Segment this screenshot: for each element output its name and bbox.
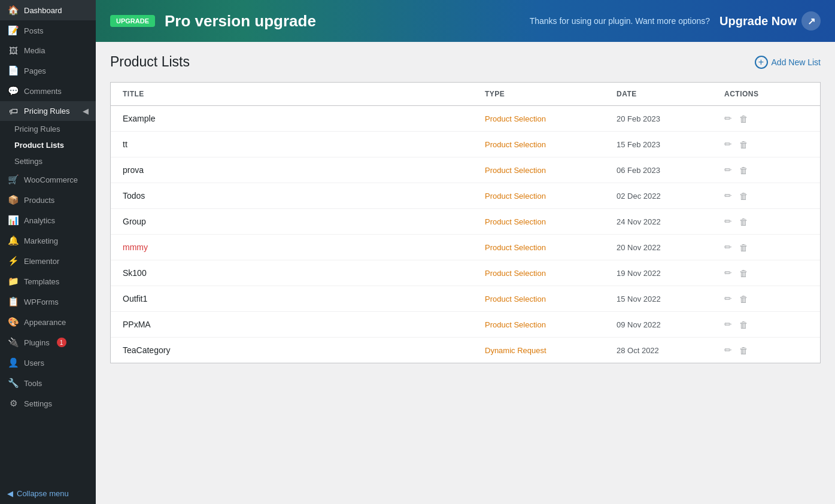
page-header: Product Lists + Add New List: [110, 54, 821, 70]
add-new-list-button[interactable]: + Add New List: [755, 56, 821, 69]
page-title: Product Lists: [110, 54, 190, 70]
sidebar-item-pricing-rules[interactable]: 🏷 Pricing Rules ◀: [0, 101, 96, 121]
col-title: TITLE: [123, 90, 485, 98]
row-actions: ✏ 🗑: [724, 242, 808, 253]
collapse-icon: ◀: [7, 489, 13, 498]
sidebar-item-dashboard[interactable]: 🏠 Dashboard: [0, 0, 96, 20]
upgrade-banner: UPGRADE Pro version upgrade Thanks for u…: [96, 0, 835, 42]
sidebar-item-users[interactable]: 👤 Users: [0, 353, 96, 373]
row-title: Outfit1: [123, 294, 485, 303]
edit-icon[interactable]: ✏: [724, 113, 732, 124]
delete-icon[interactable]: 🗑: [739, 242, 748, 253]
users-icon: 👤: [7, 357, 19, 368]
edit-icon[interactable]: ✏: [724, 242, 732, 253]
row-type: Product Selection: [485, 192, 617, 201]
sidebar-item-plugins[interactable]: 🔌 Plugins 1: [0, 332, 96, 353]
media-icon: 🖼: [7, 45, 19, 56]
sidebar-item-comments[interactable]: 💬 Comments: [0, 81, 96, 101]
row-actions: ✏ 🗑: [724, 113, 808, 124]
delete-icon[interactable]: 🗑: [739, 268, 748, 278]
sidebar-item-pages[interactable]: 📄 Pages: [0, 60, 96, 81]
dashboard-icon: 🏠: [7, 5, 19, 16]
delete-icon[interactable]: 🗑: [739, 217, 748, 227]
row-title[interactable]: mmmy: [123, 242, 485, 252]
sidebar-item-marketing[interactable]: 🔔 Marketing: [0, 230, 96, 251]
posts-icon: 📝: [7, 25, 19, 36]
edit-icon[interactable]: ✏: [724, 345, 732, 356]
sidebar-item-settings[interactable]: ⚙ Settings: [0, 393, 96, 414]
table-row: mmmy Product Selection 20 Nov 2022 ✏ 🗑: [111, 235, 820, 260]
table-header: TITLE TYPE DATE ACTIONS: [111, 83, 820, 106]
edit-icon[interactable]: ✏: [724, 319, 732, 330]
row-type: Product Selection: [485, 243, 617, 252]
chevron-icon: ◀: [83, 107, 89, 116]
sidebar-sub-settings[interactable]: Settings: [0, 153, 96, 169]
upgrade-now-button[interactable]: Upgrade Now ↗: [719, 11, 821, 31]
pricing-rules-icon: 🏷: [7, 106, 19, 116]
row-date: 19 Nov 2022: [617, 269, 724, 278]
plugins-icon: 🔌: [7, 337, 19, 348]
wpforms-icon: 📋: [7, 296, 19, 307]
sidebar-item-products[interactable]: 📦 Products: [0, 190, 96, 210]
delete-icon[interactable]: 🗑: [739, 165, 748, 175]
col-date: DATE: [617, 90, 724, 98]
delete-icon[interactable]: 🗑: [739, 114, 748, 124]
edit-icon[interactable]: ✏: [724, 216, 732, 227]
upgrade-arrow-icon: ↗: [801, 11, 821, 31]
col-type: TYPE: [485, 90, 617, 98]
table-body: Example Product Selection 20 Feb 2023 ✏ …: [111, 106, 820, 363]
row-date: 09 Nov 2022: [617, 320, 724, 329]
tools-icon: 🔧: [7, 378, 19, 388]
row-title: Example: [123, 114, 485, 123]
edit-icon[interactable]: ✏: [724, 190, 732, 201]
row-actions: ✏ 🗑: [724, 139, 808, 150]
sidebar-sub-pricing-rules[interactable]: Pricing Rules: [0, 121, 96, 137]
page-content: Product Lists + Add New List TITLE TYPE …: [96, 42, 835, 504]
sidebar-item-tools[interactable]: 🔧 Tools: [0, 373, 96, 393]
row-type: Product Selection: [485, 114, 617, 123]
sidebar-item-analytics[interactable]: 📊 Analytics: [0, 210, 96, 230]
table-row: PPxMA Product Selection 09 Nov 2022 ✏ 🗑: [111, 312, 820, 338]
table-row: tt Product Selection 15 Feb 2023 ✏ 🗑: [111, 132, 820, 157]
row-type: Product Selection: [485, 217, 617, 226]
row-type: Product Selection: [485, 320, 617, 329]
edit-icon[interactable]: ✏: [724, 165, 732, 175]
sidebar-item-woocommerce[interactable]: 🛒 WooCommerce: [0, 169, 96, 190]
edit-icon[interactable]: ✏: [724, 268, 732, 278]
row-title: PPxMA: [123, 320, 485, 329]
row-date: 20 Feb 2023: [617, 114, 724, 123]
sidebar-item-media[interactable]: 🖼 Media: [0, 41, 96, 60]
sidebar-item-wpforms[interactable]: 📋 WPForms: [0, 292, 96, 312]
templates-icon: 📁: [7, 276, 19, 287]
delete-icon[interactable]: 🗑: [739, 139, 748, 150]
row-title: Group: [123, 217, 485, 226]
collapse-menu-button[interactable]: ◀ Collapse menu: [0, 483, 96, 504]
sidebar-item-templates[interactable]: 📁 Templates: [0, 271, 96, 292]
products-icon: 📦: [7, 195, 19, 205]
sidebar-item-elementor[interactable]: ⚡ Elementor: [0, 251, 96, 271]
sidebar-item-posts[interactable]: 📝 Posts: [0, 20, 96, 41]
delete-icon[interactable]: 🗑: [739, 320, 748, 330]
row-actions: ✏ 🗑: [724, 345, 808, 356]
row-date: 20 Nov 2022: [617, 243, 724, 252]
woocommerce-icon: 🛒: [7, 174, 19, 185]
sidebar-sub-product-lists[interactable]: Product Lists: [0, 137, 96, 153]
edit-icon[interactable]: ✏: [724, 293, 732, 304]
elementor-icon: ⚡: [7, 256, 19, 266]
col-actions: ACTIONS: [724, 90, 808, 98]
delete-icon[interactable]: 🗑: [739, 345, 748, 356]
upgrade-title: Pro version upgrade: [165, 12, 520, 31]
comments-icon: 💬: [7, 86, 19, 96]
row-title: tt: [123, 139, 485, 149]
row-date: 24 Nov 2022: [617, 217, 724, 226]
row-date: 15 Nov 2022: [617, 294, 724, 303]
delete-icon[interactable]: 🗑: [739, 294, 748, 304]
plugins-badge: 1: [57, 338, 66, 347]
settings-icon: ⚙: [7, 398, 19, 409]
delete-icon[interactable]: 🗑: [739, 191, 748, 201]
edit-icon[interactable]: ✏: [724, 139, 732, 150]
row-actions: ✏ 🗑: [724, 190, 808, 201]
sidebar-item-appearance[interactable]: 🎨 Appearance: [0, 312, 96, 332]
upgrade-badge: UPGRADE: [110, 15, 155, 27]
row-title: Todos: [123, 191, 485, 201]
